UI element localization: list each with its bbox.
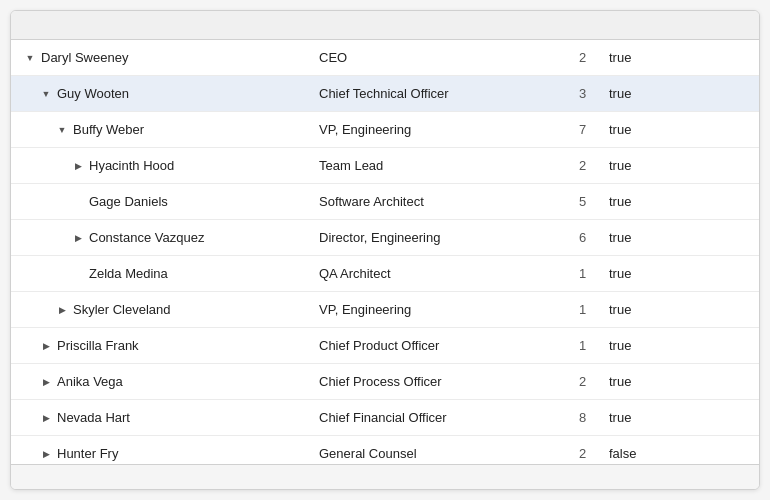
arrow-down-icon[interactable] (23, 53, 37, 63)
cell-name: Gage Daniels (11, 188, 311, 215)
table-row[interactable]: Buffy WeberVP, Engineering7true (11, 112, 759, 148)
arrow-down-icon[interactable] (55, 125, 69, 135)
cell-position: Chief Process Officer (311, 368, 571, 395)
cell-name: Hyacinth Hood (11, 152, 311, 179)
arrow-right-icon[interactable] (71, 161, 85, 171)
row-name-label: Hunter Fry (57, 446, 118, 461)
cell-name: Anika Vega (11, 368, 311, 395)
row-name-label: Nevada Hart (57, 410, 130, 425)
row-name-label: Buffy Weber (73, 122, 144, 137)
cell-position: VP, Engineering (311, 296, 571, 323)
row-name-label: Daryl Sweeney (41, 50, 128, 65)
table-row[interactable]: Daryl SweeneyCEO2true (11, 40, 759, 76)
arrow-right-icon[interactable] (39, 377, 53, 387)
table-row[interactable]: Zelda MedinaQA Architect1true (11, 256, 759, 292)
row-name-label: Hyacinth Hood (89, 158, 174, 173)
column-header-name (11, 19, 311, 31)
cell-position: Chief Financial Officer (311, 404, 571, 431)
cell-h: 2 (571, 152, 601, 179)
cell-fulltime: true (601, 260, 681, 287)
cell-fulltime: true (601, 80, 681, 107)
cell-position: Software Architect (311, 188, 571, 215)
cell-h: 5 (571, 188, 601, 215)
arrow-down-icon[interactable] (39, 89, 53, 99)
cell-h: 2 (571, 440, 601, 464)
arrow-right-icon[interactable] (71, 233, 85, 243)
cell-fulltime: true (601, 44, 681, 71)
table-body[interactable]: Daryl SweeneyCEO2trueGuy WootenChief Tec… (11, 40, 759, 464)
cell-name: Priscilla Frank (11, 332, 311, 359)
cell-name: Zelda Medina (11, 260, 311, 287)
table-row[interactable]: Gage DanielsSoftware Architect5true (11, 184, 759, 220)
cell-h: 2 (571, 368, 601, 395)
column-header-fulltime (601, 19, 681, 31)
cell-fulltime: true (601, 296, 681, 323)
cell-h: 1 (571, 296, 601, 323)
cell-name: Nevada Hart (11, 404, 311, 431)
table-row[interactable]: Nevada HartChief Financial Officer8true (11, 400, 759, 436)
org-chart-table: Daryl SweeneyCEO2trueGuy WootenChief Tec… (10, 10, 760, 490)
cell-position: VP, Engineering (311, 116, 571, 143)
cell-name: Buffy Weber (11, 116, 311, 143)
cell-h: 1 (571, 260, 601, 287)
row-name-label: Anika Vega (57, 374, 123, 389)
cell-h: 3 (571, 80, 601, 107)
table-row[interactable]: Constance VazquezDirector, Engineering6t… (11, 220, 759, 256)
table-row[interactable]: Anika VegaChief Process Officer2true (11, 364, 759, 400)
cell-name: Skyler Cleveland (11, 296, 311, 323)
row-name-label: Guy Wooten (57, 86, 129, 101)
table-row[interactable]: Guy WootenChief Technical Officer3true (11, 76, 759, 112)
table-row[interactable]: Hyacinth HoodTeam Lead2true (11, 148, 759, 184)
arrow-right-icon[interactable] (39, 341, 53, 351)
cell-h: 7 (571, 116, 601, 143)
cell-h: 2 (571, 44, 601, 71)
cell-fulltime: true (601, 188, 681, 215)
row-name-label: Skyler Cleveland (73, 302, 171, 317)
bottom-scrollbar-bar (11, 464, 759, 489)
column-header-position (311, 19, 571, 31)
cell-h: 6 (571, 224, 601, 251)
cell-h: 1 (571, 332, 601, 359)
cell-name: Guy Wooten (11, 80, 311, 107)
cell-fulltime: true (601, 404, 681, 431)
cell-name: Daryl Sweeney (11, 44, 311, 71)
row-name-label: Priscilla Frank (57, 338, 139, 353)
table-row[interactable]: Hunter FryGeneral Counsel2false (11, 436, 759, 464)
table-header (11, 11, 759, 40)
cell-h: 8 (571, 404, 601, 431)
arrow-right-icon[interactable] (39, 413, 53, 423)
cell-position: Team Lead (311, 152, 571, 179)
cell-position: CEO (311, 44, 571, 71)
cell-name: Hunter Fry (11, 440, 311, 464)
cell-fulltime: true (601, 368, 681, 395)
cell-fulltime: true (601, 332, 681, 359)
row-name-label: Constance Vazquez (89, 230, 204, 245)
table-row[interactable]: Priscilla FrankChief Product Officer1tru… (11, 328, 759, 364)
table-row[interactable]: Skyler ClevelandVP, Engineering1true (11, 292, 759, 328)
cell-fulltime: true (601, 224, 681, 251)
cell-position: QA Architect (311, 260, 571, 287)
column-header-h (571, 19, 601, 31)
row-name-label: Zelda Medina (89, 266, 168, 281)
cell-fulltime: false (601, 440, 681, 464)
cell-position: Chief Technical Officer (311, 80, 571, 107)
cell-position: General Counsel (311, 440, 571, 464)
row-name-label: Gage Daniels (89, 194, 168, 209)
cell-position: Director, Engineering (311, 224, 571, 251)
cell-position: Chief Product Officer (311, 332, 571, 359)
cell-fulltime: true (601, 116, 681, 143)
arrow-right-icon[interactable] (39, 449, 53, 459)
cell-name: Constance Vazquez (11, 224, 311, 251)
arrow-right-icon[interactable] (55, 305, 69, 315)
cell-fulltime: true (601, 152, 681, 179)
